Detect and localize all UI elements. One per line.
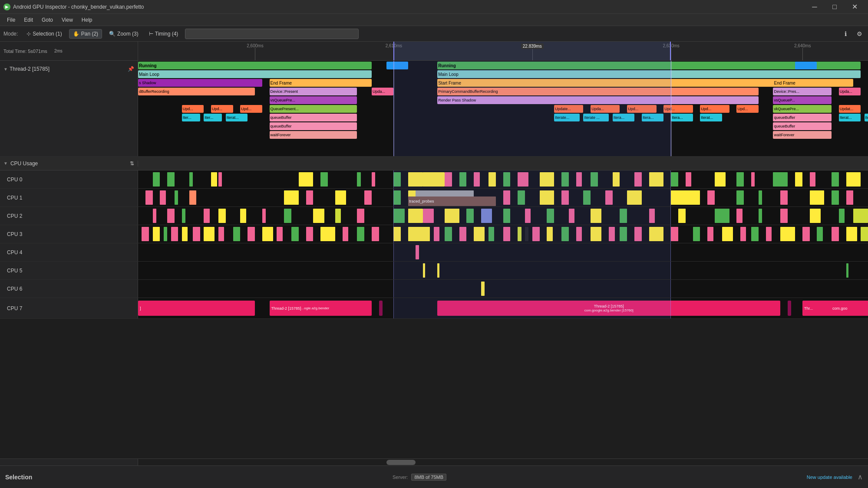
cpu0-b26 bbox=[671, 172, 678, 187]
update-5[interactable]: Upd... bbox=[700, 105, 729, 113]
wait-forever-row: waitForever waitForever bbox=[138, 131, 868, 139]
queue-present-2[interactable]: vkQueuePre... bbox=[773, 105, 831, 113]
cpu7-content[interactable]: ] Thread-2 [15785]...ogle.a2g.bender Thr… bbox=[138, 298, 868, 318]
main-loop-2[interactable]: Main Loop bbox=[437, 70, 861, 78]
menu-file[interactable]: File bbox=[3, 16, 19, 24]
menu-edit[interactable]: Edit bbox=[20, 16, 36, 24]
mode-selection[interactable]: ⊹ Selection (1) bbox=[23, 29, 65, 38]
cpu6-content[interactable] bbox=[138, 280, 868, 298]
upda-2[interactable]: Upda... bbox=[839, 88, 861, 95]
iterat-1[interactable]: Iterat... bbox=[226, 114, 248, 121]
cpu7-thread-1[interactable]: Thread-2 [15785]...ogle.a2g.bender bbox=[270, 301, 372, 316]
mode-pan[interactable]: ✋ Pan (2) bbox=[69, 29, 102, 39]
wait-forever-2[interactable]: waitForever bbox=[773, 131, 831, 139]
time-marker-0: 2,600ms bbox=[255, 42, 255, 60]
wait-forever-1[interactable]: waitForever bbox=[270, 131, 357, 139]
cpu3-b21 bbox=[434, 227, 439, 241]
thread2-content[interactable]: Running Running Main Loop Main Loop s Sh… bbox=[138, 61, 868, 156]
queue-buffer-r2-2[interactable]: queueBuffer bbox=[773, 122, 831, 130]
hscroll-thumb[interactable] bbox=[386, 460, 416, 465]
mode-timing[interactable]: ⊢ Timing (4) bbox=[145, 29, 182, 38]
settings-button[interactable]: ⚙ bbox=[854, 29, 865, 39]
iterate-r1[interactable]: Iterate... bbox=[554, 114, 580, 121]
menu-view[interactable]: View bbox=[58, 16, 76, 24]
hscroll-track[interactable] bbox=[138, 459, 868, 465]
queue-buffer-r2-1[interactable]: queueBuffer bbox=[270, 122, 357, 130]
updat-r[interactable]: Updat... bbox=[839, 105, 861, 113]
vkqueue-2[interactable]: vsQueueP... bbox=[773, 96, 831, 104]
cpu2-b15 bbox=[445, 209, 459, 223]
iter-2[interactable]: Iter... bbox=[204, 114, 222, 121]
upd-4[interactable]: Upd... bbox=[736, 105, 758, 113]
minimize-button[interactable]: ─ bbox=[805, 0, 825, 14]
cpu5-content[interactable] bbox=[138, 262, 868, 279]
upd-3[interactable]: Upd... bbox=[240, 105, 262, 113]
thread2-track: ▼ Thread-2 [15785] 📌 Running Running M bbox=[0, 61, 868, 157]
primary-cmd-1[interactable]: PrimaryCommandBufferRecording bbox=[437, 88, 759, 95]
buffer-recording-1[interactable]: dBufferRecording bbox=[138, 88, 255, 95]
update-link[interactable]: New update available bbox=[807, 475, 852, 480]
queue-buffer-1[interactable]: queueBuffer bbox=[270, 114, 357, 121]
end-frame-2[interactable]: End Frame bbox=[773, 79, 853, 87]
update-4[interactable]: Upd... bbox=[663, 105, 693, 113]
search-box[interactable] bbox=[185, 29, 359, 39]
cpu0-b8 bbox=[357, 172, 360, 187]
iterate-r3[interactable]: Iterate... bbox=[865, 114, 868, 121]
info-button[interactable]: ℹ bbox=[840, 29, 851, 39]
cpu-usage-collapse-icon[interactable]: ▼ bbox=[3, 161, 8, 166]
cpu0-content[interactable]: ...er bbox=[138, 170, 868, 188]
device-present-1[interactable]: Device::Present bbox=[270, 88, 357, 95]
upd-2[interactable]: Upd... bbox=[211, 105, 233, 113]
cpu7-thread-left[interactable]: ] bbox=[138, 301, 255, 316]
frame-row: s Shadow End Frame Start Frame End Frame bbox=[138, 79, 868, 87]
tracks-container[interactable]: ▼ Thread-2 [15785] 📌 Running Running M bbox=[0, 61, 868, 459]
horizontal-scrollbar[interactable] bbox=[0, 459, 868, 465]
cpu3-content[interactable] bbox=[138, 225, 868, 243]
pin-icon[interactable]: 📌 bbox=[128, 66, 134, 72]
update-2[interactable]: Upda... bbox=[591, 105, 620, 113]
maximize-button[interactable]: □ bbox=[825, 0, 845, 14]
iter-1[interactable]: Iter... bbox=[182, 114, 200, 121]
cpu3-b6 bbox=[193, 227, 200, 241]
selection-collapse-button[interactable]: ∧ bbox=[858, 473, 863, 481]
cpu4-b1 bbox=[416, 245, 419, 259]
cpu1-traced-probes[interactable]: traced_probes bbox=[408, 197, 496, 206]
thread2-collapse-icon[interactable]: ▼ bbox=[3, 67, 8, 72]
itera-r1[interactable]: Itera... bbox=[613, 114, 634, 121]
menu-goto[interactable]: Goto bbox=[38, 16, 56, 24]
itera-r2[interactable]: Itera... bbox=[642, 114, 663, 121]
cpu-usage-sort-icon[interactable]: ⇅ bbox=[130, 160, 134, 167]
update-3[interactable]: Upd... bbox=[627, 105, 656, 113]
upd-1[interactable]: Upd... bbox=[182, 105, 204, 113]
cpu7-row: CPU 7 ] Thread-2 [15785]...ogle.a2g.bend… bbox=[0, 298, 868, 319]
cpu4-content[interactable] bbox=[138, 243, 868, 261]
cpu0-b13 bbox=[445, 172, 452, 187]
cpu2-sel bbox=[393, 207, 671, 225]
mode-zoom[interactable]: 🔍 Zoom (3) bbox=[106, 29, 142, 38]
cpu1-content[interactable]: ...es traced_probes bbox=[138, 189, 868, 206]
cpu1-b5 bbox=[284, 190, 299, 205]
iterat-r1[interactable]: Iterat... bbox=[700, 114, 722, 121]
itera-r3[interactable]: Itera... bbox=[671, 114, 693, 121]
main-loop-1[interactable]: Main Loop bbox=[138, 70, 372, 78]
close-button[interactable]: ✕ bbox=[845, 0, 865, 14]
queue-buffer-2[interactable]: queueBuffer bbox=[773, 114, 831, 121]
iterate-r2[interactable]: Iterate ... bbox=[583, 114, 609, 121]
cpu7-thread-2[interactable]: Thread-2 [15785] com.google.a2g.bender [… bbox=[437, 301, 780, 316]
shadow-block-1[interactable]: s Shadow bbox=[138, 79, 262, 87]
window-controls: ─ □ ✕ bbox=[805, 0, 865, 14]
cpu3-b17 bbox=[357, 227, 364, 241]
queue-present-1[interactable]: QueuePresent... bbox=[270, 105, 357, 113]
vkqueue-1[interactable]: vsQueuePre... bbox=[270, 96, 357, 104]
running-block-1[interactable]: Running bbox=[138, 62, 372, 69]
search-input[interactable] bbox=[189, 31, 355, 37]
update-1[interactable]: Update... bbox=[554, 105, 583, 113]
render-pass-shadow[interactable]: Render Pass Shadow bbox=[437, 96, 759, 104]
menu-help[interactable]: Help bbox=[78, 16, 96, 24]
device-pres-2[interactable]: Device::Pres... bbox=[773, 88, 831, 95]
iterat-r2[interactable]: Iterat... bbox=[839, 114, 861, 121]
end-frame-1[interactable]: End Frame bbox=[270, 79, 372, 87]
menubar: File Edit Goto View Help bbox=[0, 14, 868, 26]
upda-1[interactable]: Upda... bbox=[372, 88, 393, 95]
cpu2-content[interactable] bbox=[138, 207, 868, 225]
